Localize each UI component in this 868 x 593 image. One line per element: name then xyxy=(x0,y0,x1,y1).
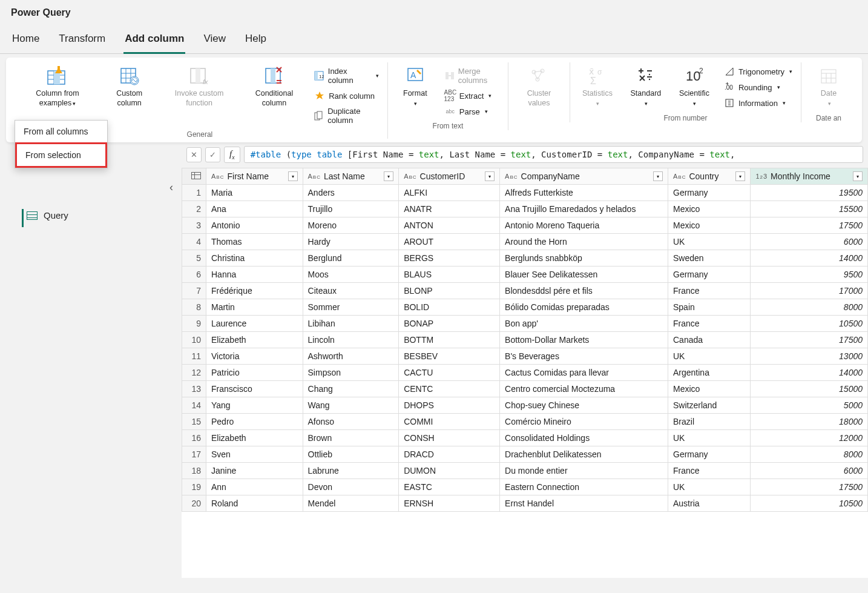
cell[interactable]: ALFKI xyxy=(399,185,500,201)
cell[interactable]: Cactus Comidas para llevar xyxy=(500,365,668,381)
cell[interactable]: Germany xyxy=(668,267,751,283)
tab-add-column[interactable]: Add column xyxy=(123,29,185,54)
cell[interactable]: Brown xyxy=(303,430,399,446)
row-number[interactable]: 17 xyxy=(182,446,206,463)
table-row[interactable]: 13FransciscoChangCENTCCentro comercial M… xyxy=(182,381,868,397)
cell[interactable]: Ottlieb xyxy=(303,446,399,463)
column-filter-button[interactable]: ▾ xyxy=(735,171,745,181)
cell[interactable]: Citeaux xyxy=(303,283,399,299)
cell[interactable]: Chop-suey Chinese xyxy=(500,397,668,414)
column-header[interactable]: ABCCustomerID▾ xyxy=(399,168,500,185)
table-row[interactable]: 5ChristinaBerglundBERGSBerglunds snabbkö… xyxy=(182,250,868,267)
dropdown-from-selection[interactable]: From selection xyxy=(15,142,107,168)
trigonometry-button[interactable]: Trigonometry▾ xyxy=(722,65,795,78)
cell[interactable]: 9500 xyxy=(751,267,868,283)
cell[interactable]: Bon app' xyxy=(500,316,668,332)
cell[interactable]: Thomas xyxy=(206,234,303,250)
row-number[interactable]: 4 xyxy=(182,234,206,250)
tab-home[interactable]: Home xyxy=(11,29,41,53)
row-number[interactable]: 14 xyxy=(182,397,206,414)
cell[interactable]: 17500 xyxy=(751,217,868,234)
cell[interactable]: UK xyxy=(668,430,751,446)
column-from-examples-button[interactable]: Column from examples▾ xyxy=(18,62,97,110)
cell[interactable]: Mexico xyxy=(668,217,751,234)
table-row[interactable]: 8MartinSommerBOLIDBólido Comidas prepara… xyxy=(182,299,868,316)
cell[interactable]: Roland xyxy=(206,495,303,512)
cell[interactable]: 10500 xyxy=(751,495,868,512)
cell[interactable]: 12000 xyxy=(751,430,868,446)
cell[interactable]: Hardy xyxy=(303,234,399,250)
cell[interactable]: Eastern Connection xyxy=(500,479,668,495)
cell[interactable]: Pedro xyxy=(206,414,303,430)
cell[interactable]: UK xyxy=(668,348,751,365)
table-row[interactable]: 1MariaAndersALFKIAlfreds FutterkisteGerm… xyxy=(182,185,868,201)
cell[interactable]: Ana Trujillo Emaredados y helados xyxy=(500,201,668,217)
cell[interactable]: B's Beverages xyxy=(500,348,668,365)
row-number[interactable]: 15 xyxy=(182,414,206,430)
cell[interactable]: 10500 xyxy=(751,316,868,332)
row-number[interactable]: 8 xyxy=(182,299,206,316)
cell[interactable]: BONAP xyxy=(399,316,500,332)
cell[interactable]: Centro comercial Moctezuma xyxy=(500,381,668,397)
row-number[interactable]: 18 xyxy=(182,463,206,479)
table-row[interactable]: 16ElizabethBrownCONSHConsolidated Holdin… xyxy=(182,430,868,446)
column-header[interactable]: 123Monthly Income▾ xyxy=(751,168,868,185)
cell[interactable]: Brazil xyxy=(668,414,751,430)
tab-transform[interactable]: Transform xyxy=(58,29,107,53)
row-number[interactable]: 2 xyxy=(182,201,206,217)
cell[interactable]: Blondesddsl pére et fils xyxy=(500,283,668,299)
cell[interactable]: Sven xyxy=(206,446,303,463)
cell[interactable]: Laurence xyxy=(206,316,303,332)
cancel-formula-button[interactable]: ✕ xyxy=(186,147,202,162)
custom-column-button[interactable]: Custom column xyxy=(103,62,156,110)
tab-view[interactable]: View xyxy=(202,29,227,53)
cell[interactable]: Simpson xyxy=(303,365,399,381)
cell[interactable]: Anders xyxy=(303,185,399,201)
cell[interactable]: Antonio xyxy=(206,217,303,234)
cell[interactable]: BERGS xyxy=(399,250,500,267)
table-row[interactable]: 20RolandMendelERNSHErnst HandelAustria10… xyxy=(182,495,868,512)
format-button[interactable]: A Format▾ xyxy=(394,62,436,110)
tab-help[interactable]: Help xyxy=(244,29,268,53)
cell[interactable]: Franscisco xyxy=(206,381,303,397)
cell[interactable]: ANTON xyxy=(399,217,500,234)
cell[interactable]: Maria xyxy=(206,185,303,201)
index-column-button[interactable]: 123 Index column▾ xyxy=(312,65,381,87)
cell[interactable]: France xyxy=(668,463,751,479)
table-row[interactable]: 10ElizabethLincolnBOTTMBottom-Dollar Mar… xyxy=(182,332,868,348)
cell[interactable]: 8000 xyxy=(751,446,868,463)
table-row[interactable]: 18JanineLabruneDUMONDu monde entierFranc… xyxy=(182,463,868,479)
cell[interactable]: Ernst Handel xyxy=(500,495,668,512)
cell[interactable]: Germany xyxy=(668,446,751,463)
cell[interactable]: 15000 xyxy=(751,381,868,397)
cell[interactable]: UK xyxy=(668,234,751,250)
table-row[interactable]: 4ThomasHardyAROUTAround the HornUK6000 xyxy=(182,234,868,250)
cell[interactable]: 14000 xyxy=(751,250,868,267)
standard-button[interactable]: Standard▾ xyxy=(625,62,667,110)
cell[interactable]: Patricio xyxy=(206,365,303,381)
row-number[interactable]: 19 xyxy=(182,479,206,495)
cell[interactable]: Ashworth xyxy=(303,348,399,365)
cell[interactable]: DUMON xyxy=(399,463,500,479)
cell[interactable]: AROUT xyxy=(399,234,500,250)
row-number[interactable]: 10 xyxy=(182,332,206,348)
cell[interactable]: 19500 xyxy=(751,185,868,201)
table-row[interactable]: 2AnaTrujilloANATRAna Trujillo Emaredados… xyxy=(182,201,868,217)
cell[interactable]: BOTTM xyxy=(399,332,500,348)
cell[interactable]: Frédérique xyxy=(206,283,303,299)
cell[interactable]: Afonso xyxy=(303,414,399,430)
cell[interactable]: Martin xyxy=(206,299,303,316)
cell[interactable]: Bólido Comidas preparadas xyxy=(500,299,668,316)
rank-column-button[interactable]: Rank column xyxy=(312,89,381,102)
cell[interactable]: Austria xyxy=(668,495,751,512)
column-filter-button[interactable]: ▾ xyxy=(853,171,863,181)
table-row[interactable]: 17SvenOttliebDRACDDrachenblut Delikatess… xyxy=(182,446,868,463)
cell[interactable]: COMMI xyxy=(399,414,500,430)
cell[interactable]: Du monde entier xyxy=(500,463,668,479)
cell[interactable]: Argentina xyxy=(668,365,751,381)
cell[interactable]: Consolidated Holdings xyxy=(500,430,668,446)
cell[interactable]: Bottom-Dollar Markets xyxy=(500,332,668,348)
table-row[interactable]: 15PedroAfonsoCOMMIComércio MineiroBrazil… xyxy=(182,414,868,430)
cell[interactable]: 6000 xyxy=(751,463,868,479)
row-number[interactable]: 1 xyxy=(182,185,206,201)
